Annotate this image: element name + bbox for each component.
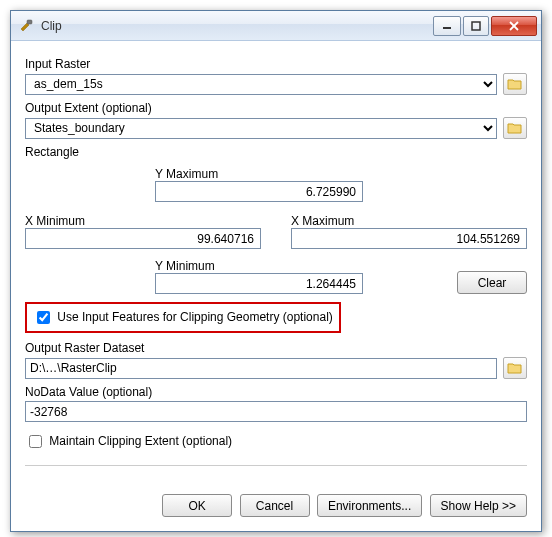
- environments-button[interactable]: Environments...: [317, 494, 422, 517]
- folder-icon: [507, 121, 523, 135]
- show-help-button[interactable]: Show Help >>: [430, 494, 527, 517]
- output-extent-combo[interactable]: States_boundary: [25, 118, 497, 139]
- folder-icon: [507, 77, 523, 91]
- svg-rect-0: [27, 20, 32, 24]
- xmax-input[interactable]: [291, 228, 527, 249]
- separator: [25, 465, 527, 466]
- folder-icon: [507, 361, 523, 375]
- clip-dialog: Clip Input Raster as_dem_15s Output Exte…: [10, 10, 542, 532]
- minimize-button[interactable]: [433, 16, 461, 36]
- maximize-button[interactable]: [463, 16, 489, 36]
- xmin-input[interactable]: [25, 228, 261, 249]
- input-raster-browse-button[interactable]: [503, 73, 527, 95]
- xmax-label: X Maximum: [291, 214, 527, 228]
- nodata-input[interactable]: [25, 401, 527, 422]
- maintain-extent-checkbox[interactable]: [29, 435, 42, 448]
- ymax-input[interactable]: [155, 181, 363, 202]
- use-input-features-checkbox[interactable]: [37, 311, 50, 324]
- use-input-features-label: Use Input Features for Clipping Geometry…: [57, 310, 332, 324]
- output-dataset-input[interactable]: [25, 358, 497, 379]
- rectangle-label: Rectangle: [25, 145, 527, 159]
- ymin-input[interactable]: [155, 273, 363, 294]
- ymax-label: Y Maximum: [155, 167, 218, 181]
- nodata-label: NoData Value (optional): [25, 385, 527, 399]
- highlight-box: Use Input Features for Clipping Geometry…: [25, 302, 341, 333]
- titlebar[interactable]: Clip: [11, 11, 541, 41]
- dialog-footer: OK Cancel Environments... Show Help >>: [25, 484, 527, 517]
- xmin-label: X Minimum: [25, 214, 261, 228]
- clear-button[interactable]: Clear: [457, 271, 527, 294]
- close-button[interactable]: [491, 16, 537, 36]
- window-title: Clip: [41, 19, 431, 33]
- output-extent-browse-button[interactable]: [503, 117, 527, 139]
- input-raster-combo[interactable]: as_dem_15s: [25, 74, 497, 95]
- input-raster-label: Input Raster: [25, 57, 527, 71]
- hammer-icon: [19, 18, 35, 34]
- svg-rect-2: [472, 22, 480, 30]
- output-extent-label: Output Extent (optional): [25, 101, 527, 115]
- ymin-label: Y Minimum: [155, 259, 215, 273]
- cancel-button[interactable]: Cancel: [240, 494, 310, 517]
- output-dataset-browse-button[interactable]: [503, 357, 527, 379]
- ok-button[interactable]: OK: [162, 494, 232, 517]
- maintain-extent-label: Maintain Clipping Extent (optional): [49, 434, 232, 448]
- output-dataset-label: Output Raster Dataset: [25, 341, 527, 355]
- dialog-content: Input Raster as_dem_15s Output Extent (o…: [11, 41, 541, 531]
